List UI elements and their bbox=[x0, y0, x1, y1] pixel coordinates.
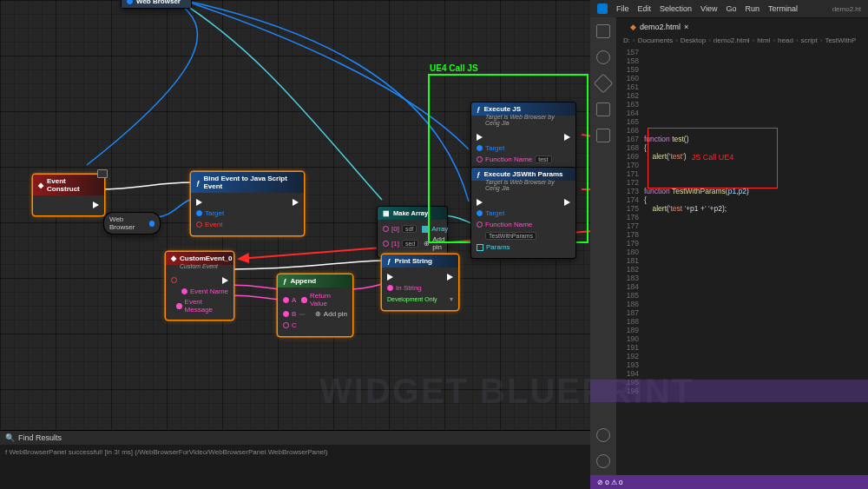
b-pin[interactable]: B bbox=[283, 310, 306, 318]
exec-out-pin[interactable] bbox=[564, 134, 570, 141]
target-pin[interactable]: Target bbox=[477, 144, 504, 152]
purple-overlay-bar bbox=[590, 380, 868, 402]
var-label: Web Browser bbox=[109, 215, 147, 231]
node-event-construct[interactable]: ◆Event Construct bbox=[33, 175, 104, 215]
target-pin[interactable]: Target bbox=[196, 209, 224, 217]
node-subtitle: Target is Web Browser by Ceng Jia bbox=[471, 179, 575, 193]
panel-title: Find Results bbox=[18, 433, 62, 442]
a-pin[interactable]: A bbox=[283, 296, 296, 304]
array-item-1-pin[interactable]: [1]sed bbox=[383, 240, 418, 248]
node-webbrowser-top[interactable]: Web Browser bbox=[122, 0, 191, 8]
exec-out-pin[interactable] bbox=[564, 199, 570, 206]
search-icon: 🔍 bbox=[5, 433, 15, 442]
annotation-js-call-ue4: JS Call UE4 bbox=[648, 128, 778, 188]
function-name-input[interactable]: TestWithParams bbox=[485, 232, 536, 240]
exec-out-pin[interactable] bbox=[447, 274, 453, 281]
var-label: Web Browser bbox=[136, 0, 181, 5]
annotation-label: JS Call UE4 bbox=[648, 153, 777, 162]
debug-icon[interactable] bbox=[596, 102, 610, 116]
comment-icon bbox=[97, 169, 108, 178]
node-append[interactable]: ƒAppend AReturn Value B Add pin ⊕ C bbox=[278, 274, 352, 336]
status-bar[interactable]: ⊘ 0 ⚠ 0 bbox=[590, 475, 868, 489]
event-name-pin[interactable]: Event Name bbox=[181, 287, 228, 295]
node-print-string[interactable]: ƒPrint String In String Development Only… bbox=[382, 254, 458, 310]
event-message-pin[interactable]: Event Message bbox=[176, 298, 228, 314]
node-subtitle: Custom Event bbox=[166, 263, 233, 271]
close-icon[interactable]: × bbox=[684, 23, 688, 31]
node-bind-event[interactable]: ƒBind Event to Java Script Event Target … bbox=[191, 172, 304, 235]
menu-view[interactable]: View bbox=[700, 4, 717, 13]
add-pin-button[interactable]: Add pin ⊕ bbox=[315, 310, 347, 318]
breadcrumb[interactable]: D:›Documents›Desktop›demo2.html›html›hea… bbox=[616, 35, 868, 46]
problems-count[interactable]: ⊘ 0 ⚠ 0 bbox=[597, 479, 623, 486]
blueprint-canvas[interactable]: WIDGET BLUEPRINT bbox=[0, 0, 590, 489]
exec-in-pin[interactable] bbox=[196, 199, 202, 206]
source-control-icon[interactable] bbox=[594, 74, 614, 94]
function-name-pin[interactable]: Function Nametest bbox=[477, 155, 552, 163]
node-title: CustomEvent_0 bbox=[180, 254, 232, 262]
dev-only-label: Development Only bbox=[387, 296, 437, 302]
search-icon[interactable] bbox=[596, 50, 610, 64]
menu-selection[interactable]: Selection bbox=[660, 4, 692, 13]
node-title: Append bbox=[290, 277, 316, 285]
delegate-pin[interactable] bbox=[171, 277, 177, 283]
exec-out-pin[interactable] bbox=[293, 199, 299, 206]
node-custom-event[interactable]: ◆CustomEvent_0 Custom Event Event Name E… bbox=[166, 252, 233, 320]
editor-tabs: ◆demo2.html× bbox=[616, 17, 868, 35]
expand-icon[interactable]: ▾ bbox=[450, 295, 453, 303]
menu-bar: File Edit Selection View Go Run Terminal… bbox=[590, 0, 868, 17]
find-result-line[interactable]: f WebBrowserPanel successful! [in 3! ms]… bbox=[0, 445, 590, 459]
group-label: UE4 Call JS bbox=[430, 63, 478, 73]
vscode-editor: File Edit Selection View Go Run Terminal… bbox=[590, 0, 868, 489]
menu-terminal[interactable]: Terminal bbox=[768, 4, 798, 13]
account-icon[interactable] bbox=[596, 428, 610, 442]
menu-run[interactable]: Run bbox=[745, 4, 760, 13]
extensions-icon[interactable] bbox=[596, 129, 610, 142]
code-area[interactable]: JS Call UE4 function test(){ alert('test… bbox=[639, 46, 868, 475]
event-pin[interactable]: Event bbox=[196, 221, 222, 228]
params-pin[interactable]: Params bbox=[477, 243, 510, 251]
files-icon[interactable] bbox=[596, 24, 610, 38]
c-pin[interactable]: C bbox=[283, 321, 297, 329]
activity-bar bbox=[590, 17, 616, 475]
menu-edit[interactable]: Edit bbox=[638, 4, 652, 13]
node-title: Execute JS bbox=[483, 105, 521, 113]
exec-in-pin[interactable] bbox=[477, 199, 483, 206]
node-subtitle: Target is Web Browser by Ceng Jia bbox=[471, 114, 575, 128]
tab-demo2[interactable]: ◆demo2.html× bbox=[623, 21, 695, 33]
vscode-logo-icon bbox=[597, 3, 608, 14]
node-title: Bind Event to Java Script Event bbox=[203, 175, 299, 190]
node-title: Print String bbox=[394, 257, 432, 265]
exec-out-pin[interactable] bbox=[93, 202, 99, 208]
menu-go[interactable]: Go bbox=[726, 4, 736, 13]
node-execute-js[interactable]: ƒExecute JS Target is Web Browser by Cen… bbox=[471, 102, 575, 170]
exec-out-pin[interactable] bbox=[222, 277, 228, 284]
node-execute-js-params[interactable]: ƒExecute JSWith Params Target is Web Bro… bbox=[471, 168, 575, 258]
node-title: Execute JSWith Params bbox=[483, 170, 562, 178]
node-title: Event Construct bbox=[47, 177, 99, 193]
find-results-panel[interactable]: 🔍Find Results f WebBrowserPanel successf… bbox=[0, 430, 590, 489]
gear-icon[interactable] bbox=[596, 454, 610, 468]
node-webbrowser-var[interactable]: Web Browser bbox=[104, 213, 160, 234]
exec-in-pin[interactable] bbox=[477, 134, 483, 141]
window-title: demo2.ht bbox=[832, 5, 861, 13]
target-pin[interactable]: Target bbox=[477, 209, 504, 217]
menu-file[interactable]: File bbox=[616, 4, 629, 13]
html-file-icon: ◆ bbox=[630, 23, 636, 31]
in-string-pin[interactable]: In String bbox=[387, 284, 422, 292]
exec-in-pin[interactable] bbox=[387, 274, 393, 281]
array-item-0-pin[interactable]: [0]sdf bbox=[383, 225, 417, 233]
return-value-pin[interactable]: Return Value bbox=[301, 292, 347, 307]
line-gutter: 1571581591601611621631641651661671681691… bbox=[616, 46, 639, 475]
function-name-pin[interactable]: Function Name bbox=[477, 221, 532, 228]
node-title: Make Array bbox=[393, 209, 428, 217]
